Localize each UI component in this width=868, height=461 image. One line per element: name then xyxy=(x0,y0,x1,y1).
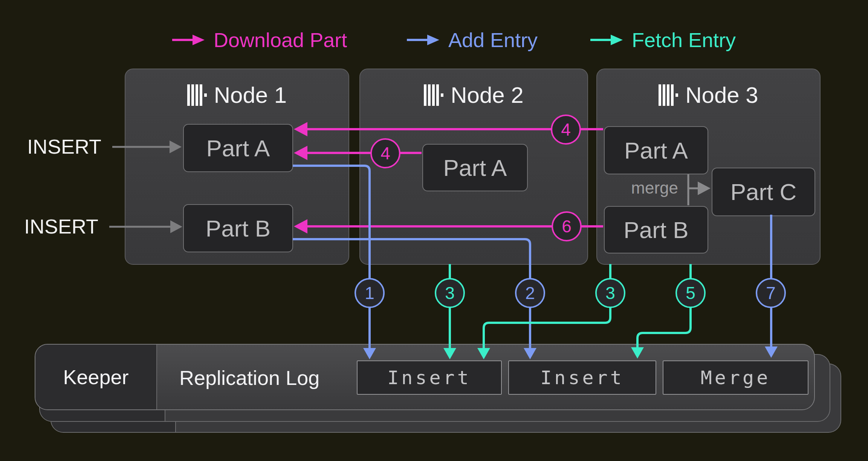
node-3-part-b: Part B xyxy=(604,206,708,253)
log-entry-merge-label: Merge xyxy=(701,367,771,389)
step-badge-2: 2 xyxy=(515,278,545,308)
node-2-part-a: Part A xyxy=(422,144,528,191)
node-1-title: Node 1 xyxy=(214,82,287,108)
fetch-entry-arrow-icon xyxy=(590,32,623,48)
download-part-arrow-icon xyxy=(171,32,205,48)
clickhouse-icon xyxy=(424,84,444,106)
step-badge-3a: 3 xyxy=(435,278,465,308)
legend-item-add-entry: Add Entry xyxy=(406,29,538,50)
replication-diagram: Download Part Add Entry Fetch Entry INSE… xyxy=(0,0,868,461)
node-2: Node 2 Part A xyxy=(359,69,588,265)
node-3-title: Node 3 xyxy=(685,82,758,108)
replication-log-title: Replication Log xyxy=(179,345,319,410)
node-3: Node 3 Part A Part B Part C xyxy=(596,69,821,265)
node-3-part-a-label: Part A xyxy=(624,137,688,164)
add-entry-arrow-icon xyxy=(406,32,440,48)
node-2-header: Node 2 xyxy=(360,84,587,106)
step-badge-download-4-mid: 4 xyxy=(370,138,400,168)
log-entry-insert-1: Insert xyxy=(357,360,502,395)
step-badge-1: 1 xyxy=(355,278,385,308)
clickhouse-icon xyxy=(187,84,207,106)
legend-label-download-part: Download Part xyxy=(214,28,347,52)
node-3-part-c: Part C xyxy=(712,168,815,216)
step-badge-3b: 3 xyxy=(595,278,625,308)
log-entry-merge: Merge xyxy=(663,360,808,395)
log-entry-insert-2: Insert xyxy=(508,360,656,395)
node-1-part-b: Part B xyxy=(183,204,293,252)
node-3-header: Node 3 xyxy=(597,84,820,106)
insert-label-1: INSERT xyxy=(27,136,101,157)
node-1: Node 1 Part A Part B xyxy=(125,69,349,265)
node-2-title: Node 2 xyxy=(451,82,523,108)
merge-label: merge xyxy=(588,179,678,197)
keeper-section: Keeper xyxy=(35,345,157,409)
step-badge-download-4-top: 4 xyxy=(551,114,581,145)
node-2-part-a-label: Part A xyxy=(443,154,507,181)
node-3-part-c-label: Part C xyxy=(730,179,797,205)
fetch-entry-lines xyxy=(450,264,691,350)
legend-label-fetch-entry: Fetch Entry xyxy=(632,28,736,52)
node-1-part-b-label: Part B xyxy=(206,215,270,242)
node-1-header: Node 1 xyxy=(125,84,348,106)
clickhouse-icon xyxy=(659,84,679,106)
log-entry-insert-1-label: Insert xyxy=(387,367,471,389)
legend-label-add-entry: Add Entry xyxy=(448,28,538,52)
node-1-part-a-label: Part A xyxy=(206,135,270,162)
step-badge-7: 7 xyxy=(756,278,786,308)
replication-log-container: Keeper Replication Log Insert Insert Mer… xyxy=(35,344,815,410)
keeper-label: Keeper xyxy=(63,365,128,389)
insert-label-2: INSERT xyxy=(24,216,98,237)
legend-item-fetch-entry: Fetch Entry xyxy=(590,29,736,50)
step-badge-5: 5 xyxy=(675,278,706,308)
legend-item-download-part: Download Part xyxy=(171,29,347,50)
node-3-part-a: Part A xyxy=(604,126,708,174)
log-entry-insert-2-label: Insert xyxy=(540,367,624,389)
node-3-part-b-label: Part B xyxy=(623,217,688,243)
node-1-part-a: Part A xyxy=(183,124,293,172)
step-badge-download-6: 6 xyxy=(552,211,582,241)
